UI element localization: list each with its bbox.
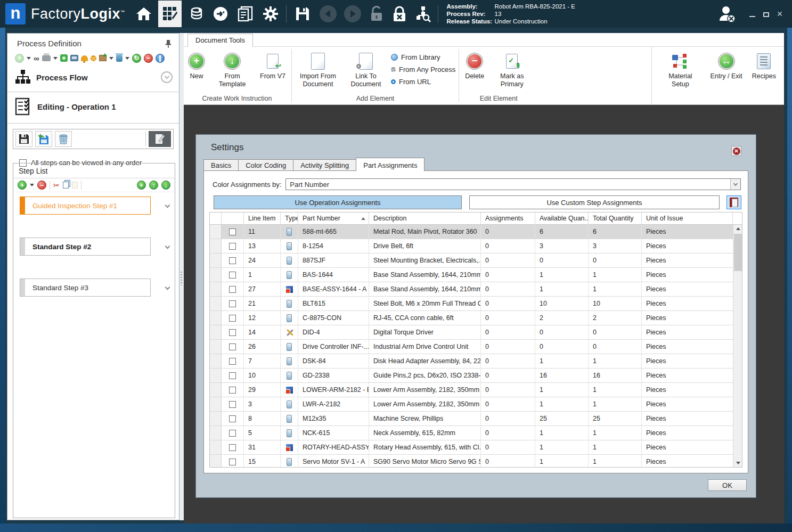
trash-dropdown-icon[interactable] — [125, 57, 129, 60]
recipes-button[interactable]: Recipes — [749, 50, 779, 83]
new-button[interactable]: + New — [186, 50, 207, 83]
header-type[interactable]: Type — [281, 212, 298, 224]
save-export-button[interactable] — [35, 131, 52, 147]
header-available[interactable]: Available Quan... — [535, 212, 589, 224]
user-signout-icon[interactable] — [717, 5, 737, 23]
remove-step-icon[interactable]: − — [37, 181, 46, 190]
step-item[interactable]: Guided Inspection Step #1 — [20, 197, 151, 215]
save-icon[interactable] — [295, 6, 310, 21]
table-row[interactable]: 5 NCK-615 Neck Assembly, 615, 82mm 0 1 1… — [210, 426, 733, 440]
move-down-icon[interactable]: ↓ — [161, 181, 170, 190]
forward-icon[interactable] — [344, 5, 361, 22]
use-operation-assignments-button[interactable]: Use Operation Assignments — [214, 195, 462, 209]
row-checkbox[interactable] — [229, 358, 236, 365]
step-expand-chevron-icon[interactable] — [165, 203, 170, 208]
delete-element-button[interactable]: − Delete — [462, 50, 487, 83]
row-checkbox[interactable] — [229, 444, 236, 451]
table-row[interactable]: 13 8-1254 Drive Belt, 6ft 0 3 3 Pieces — [210, 239, 733, 253]
from-library-item[interactable]: From Library — [391, 51, 455, 63]
row-checkbox[interactable] — [229, 272, 236, 279]
row-checkbox[interactable] — [229, 459, 236, 465]
header-total[interactable]: Total Quantity — [589, 212, 642, 224]
step-expand-chevron-icon[interactable] — [165, 244, 170, 249]
table-row[interactable]: 11 588-mt-665 Metal Rod, Main Pivot, Rot… — [210, 225, 733, 239]
row-checkbox[interactable] — [229, 243, 236, 250]
from-url-item[interactable]: From URL — [391, 76, 455, 87]
row-checkbox[interactable] — [229, 372, 236, 379]
vertical-scrollbar[interactable] — [733, 225, 742, 467]
process-editor-icon[interactable] — [158, 1, 182, 27]
table-row[interactable]: 14 DID-4 Digital Torque Driver 0 0 0 Pie… — [210, 325, 733, 340]
combo-dropdown-icon[interactable] — [730, 179, 740, 190]
header-checkbox[interactable] — [222, 212, 244, 224]
refresh-icon[interactable]: ↻ — [132, 54, 141, 63]
entry-exit-button[interactable]: ↔ Entry / Exit — [707, 50, 745, 83]
deploy-dropdown-icon[interactable] — [109, 57, 113, 60]
table-row[interactable]: 7 DSK-84 Disk Head Adapter Assembly, 84,… — [210, 354, 733, 369]
tab-activity-splitting[interactable]: Activity Splitting — [293, 159, 356, 171]
pin-icon[interactable] — [165, 39, 172, 48]
table-row[interactable]: 15 Servo Motor SV-1 - A SG90 Servo Motor… — [210, 455, 733, 467]
row-checkbox[interactable] — [229, 415, 236, 422]
step-item[interactable]: Standard Step #2 — [20, 238, 151, 256]
minimize-icon[interactable] — [745, 10, 759, 19]
table-row[interactable]: 12 C-8875-CON RJ-45, CCA conn cable, 6ft… — [210, 311, 733, 325]
paste-icon[interactable] — [72, 182, 78, 189]
use-custom-step-assignments-button[interactable]: Use Custom Step Assignments — [469, 195, 720, 209]
dialog-close-button[interactable]: ✕ — [731, 146, 741, 156]
panel-splitter[interactable] — [179, 33, 184, 520]
header-line-item[interactable]: Line Item — [244, 212, 281, 224]
presentation-icon[interactable] — [70, 55, 78, 61]
trash-icon[interactable] — [116, 55, 123, 62]
row-checkbox[interactable] — [229, 387, 236, 394]
deploy-package-icon[interactable] — [99, 55, 107, 61]
color-assignments-select[interactable]: Part Number — [285, 178, 741, 190]
back-icon[interactable] — [320, 5, 337, 22]
row-checkbox[interactable] — [229, 286, 236, 293]
row-checkbox[interactable] — [229, 315, 236, 322]
binoculars-icon[interactable]: ∞ — [34, 54, 39, 63]
step-item[interactable]: Standard Step #3 — [20, 279, 151, 297]
from-any-process-item[interactable]: From Any Process — [391, 63, 455, 75]
close-icon[interactable]: × — [773, 9, 787, 20]
lock-close-icon[interactable] — [392, 6, 407, 22]
step-expand-chevron-icon[interactable] — [165, 285, 170, 290]
scroll-up-icon[interactable] — [733, 225, 742, 233]
bell-icon[interactable] — [81, 55, 88, 61]
row-checkbox[interactable] — [229, 228, 236, 235]
print-icon[interactable] — [42, 55, 51, 61]
part-catalog-button[interactable] — [726, 195, 741, 209]
header-unit[interactable]: Unit of Issue — [642, 212, 733, 224]
table-row[interactable]: 31 ROTARY-HEAD-ASSY... Rotary Head Assem… — [210, 440, 733, 455]
add-icon[interactable]: + — [15, 54, 24, 63]
materials-icon[interactable] — [189, 6, 204, 21]
save-operation-button[interactable] — [15, 131, 32, 147]
header-description[interactable]: Description — [369, 212, 481, 224]
gear-icon[interactable] — [91, 55, 96, 61]
table-row[interactable]: 10 GD-2338 Guide Pins,2 pcs, D6x20, ISO … — [210, 369, 733, 383]
import-from-document-button[interactable]: Import From Document — [295, 50, 341, 91]
row-checkbox[interactable] — [229, 300, 236, 307]
scroll-down-icon[interactable] — [733, 459, 742, 467]
material-setup-button[interactable]: Material Setup — [657, 50, 703, 91]
settings-gear-icon[interactable] — [263, 6, 279, 22]
table-row[interactable]: 21 BLT615 Steel Bolt, M6 x 20mm Full Thr… — [210, 297, 733, 311]
tab-part-assignments[interactable]: Part Assignments — [356, 158, 424, 171]
from-v7-button[interactable]: ↩ From V7 — [257, 50, 288, 83]
process-flow-label[interactable]: Process Flow — [36, 73, 88, 82]
remove-icon[interactable]: − — [144, 54, 153, 63]
from-template-button[interactable]: ↓ From Template — [209, 50, 255, 91]
row-checkbox[interactable] — [229, 257, 236, 264]
row-checkbox[interactable] — [229, 430, 236, 437]
cut-icon[interactable]: ✂ — [53, 181, 60, 190]
copy-icon[interactable] — [63, 182, 69, 189]
add-step-icon[interactable]: + — [18, 181, 27, 190]
table-row[interactable]: 24 887SJF Steel Mounting Bracket, Electr… — [210, 253, 733, 268]
table-row[interactable]: 27 BASE-ASSY-1644 - A Base Stand Assembl… — [210, 282, 733, 297]
add-step-dropdown-icon[interactable] — [30, 184, 34, 186]
mark-as-primary-button[interactable]: ✓✎ Mark as Primary — [489, 50, 535, 91]
row-checkbox[interactable] — [229, 343, 236, 350]
move-up-icon[interactable]: ↑ — [149, 181, 158, 190]
header-part-number[interactable]: Part Number — [298, 212, 369, 224]
table-row[interactable]: 8 M12x35 Machine Screw, Phillips 0 25 25… — [210, 412, 733, 426]
